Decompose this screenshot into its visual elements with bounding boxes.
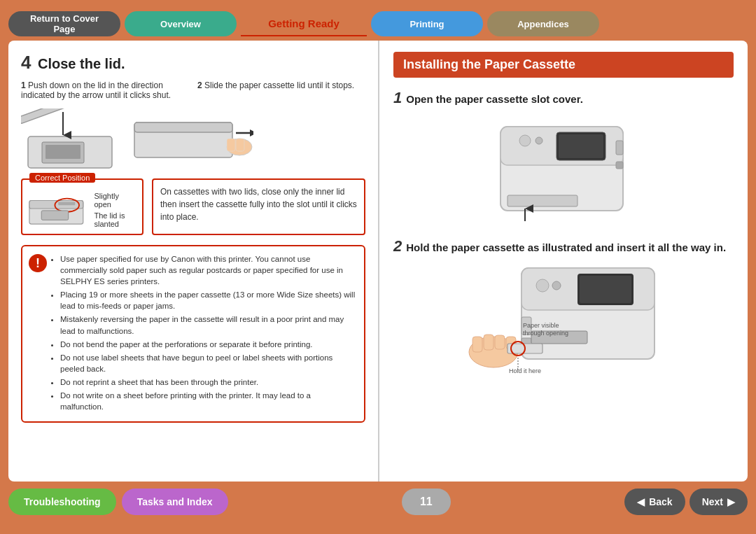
warning-item-5: Do not use label sheets that have begun …	[60, 352, 356, 374]
warning-item-3: Mistakenly reversing the paper in the ca…	[60, 314, 356, 336]
step2-heading: 2 Hold the paper cassette as illustrated…	[393, 237, 734, 255]
sub-steps: 1 Push down on the lid in the direction …	[21, 80, 365, 100]
substep2: 2 Slide the paper cassette lid until it …	[197, 80, 365, 100]
svg-rect-15	[58, 202, 75, 205]
right-panel: Installing the Paper Cassette 1 Open the…	[379, 41, 748, 482]
section-title: Installing the Paper Cassette	[393, 52, 734, 78]
svg-rect-25	[507, 195, 578, 206]
step1-title: Open the paper cassette slot cover.	[406, 93, 583, 105]
left-panel: 4 Close the lid. 1 Push down on the lid …	[8, 41, 379, 482]
svg-point-23	[519, 135, 531, 146]
step4-heading: 4 Close the lid.	[21, 52, 365, 73]
overview-button[interactable]: Overview	[125, 11, 237, 36]
tasks-index-button[interactable]: Tasks and Index	[122, 489, 228, 515]
step2-image-area: Paper visible through opening Hold it he…	[393, 261, 734, 380]
lid-slanted-label: The lid isslanted	[94, 211, 136, 228]
lid-illustrations	[21, 108, 365, 171]
svg-text:Hold it here: Hold it here	[509, 367, 541, 374]
cassette-note-box: On cassettes with two lids, close only t…	[152, 178, 365, 235]
step1-image-area	[393, 113, 734, 225]
bottom-navigation: Troubleshooting Tasks and Index 11 ◀ Bac…	[0, 482, 756, 522]
svg-text:Paper visible: Paper visible	[523, 322, 559, 329]
svg-marker-8	[250, 129, 253, 136]
next-label: Next	[702, 496, 723, 507]
troubleshooting-button[interactable]: Troubleshooting	[8, 489, 116, 515]
substep1: 1 Push down on the lid in the direction …	[21, 80, 189, 100]
back-button[interactable]: ◀ Back	[624, 489, 685, 515]
warning-item-4: Do not bend the paper at the perforation…	[60, 339, 356, 350]
svg-rect-41	[495, 335, 505, 349]
svg-rect-39	[472, 337, 482, 352]
step1-heading: 1 Open the paper cassette slot cover.	[393, 89, 734, 107]
substep2-text: Slide the paper cassette lid until it st…	[204, 80, 354, 90]
appendices-button[interactable]: Appendices	[487, 11, 599, 36]
warning-item-6: Do not reprint a sheet that has been thr…	[60, 377, 356, 388]
svg-rect-1	[21, 108, 87, 124]
svg-rect-40	[484, 335, 493, 350]
svg-point-34	[552, 281, 561, 290]
back-label: Back	[649, 496, 672, 507]
svg-point-24	[536, 137, 542, 144]
svg-rect-27	[616, 141, 623, 155]
warning-list: Use paper specified for use by Canon wit…	[50, 253, 356, 412]
svg-rect-10	[227, 139, 235, 151]
svg-rect-22	[559, 134, 603, 158]
step2-title: Hold the paper cassette as illustrated a…	[406, 241, 726, 253]
svg-point-33	[536, 279, 549, 292]
svg-text:!: !	[36, 256, 40, 270]
lid-push-illustration	[21, 108, 119, 171]
warning-box: ! Use paper specified for use by Canon w…	[21, 245, 365, 423]
warning-item-7: Do not write on a sheet before printing …	[60, 390, 356, 412]
svg-rect-28	[616, 162, 623, 169]
slightly-open-label: Slightly open	[94, 192, 136, 209]
substep2-num: 2	[197, 80, 202, 90]
back-arrow-icon: ◀	[637, 496, 645, 507]
next-button[interactable]: Next ▶	[690, 489, 748, 515]
return-to-cover-button[interactable]: Return to Cover Page	[8, 11, 120, 36]
svg-rect-11	[236, 139, 244, 151]
substep1-text: Push down on the lid in the direction in…	[21, 80, 171, 100]
step1-number: 1	[393, 89, 402, 107]
warning-item-1: Use paper specified for use by Canon wit…	[60, 253, 356, 287]
svg-rect-6	[134, 122, 232, 132]
printer-slot-open-svg	[486, 113, 640, 225]
svg-text:through opening: through opening	[523, 330, 568, 337]
main-content: 4 Close the lid. 1 Push down on the lid …	[8, 41, 748, 482]
warning-item-2: Placing 19 or more sheets in the paper c…	[60, 289, 356, 311]
step2-number: 2	[393, 237, 402, 255]
next-arrow-icon: ▶	[727, 496, 735, 507]
right-step2: 2 Hold the paper cassette as illustrated…	[393, 237, 734, 380]
correct-pos-inner: Slightly open The lid isslanted	[28, 185, 136, 228]
svg-rect-4	[46, 145, 80, 159]
step4-number: 4	[21, 52, 31, 73]
correct-position-box: Correct Position Slightly open T	[21, 178, 144, 235]
correct-cassette-svg	[28, 190, 88, 228]
printing-button[interactable]: Printing	[371, 11, 483, 36]
bottom-left-buttons: Troubleshooting Tasks and Index	[8, 489, 228, 515]
lid-description: Slightly open The lid isslanted	[94, 192, 136, 228]
bottom-right-buttons: ◀ Back Next ▶	[624, 489, 748, 515]
step4-title: Close the lid.	[38, 56, 125, 71]
printer-insert-svg: Paper visible through opening Hold it he…	[465, 261, 662, 380]
substep1-num: 1	[21, 80, 26, 90]
correct-position-container: Correct Position Slightly open T	[21, 178, 365, 235]
page-number: 11	[402, 489, 451, 515]
svg-rect-16	[41, 211, 68, 220]
right-step1: 1 Open the paper cassette slot cover.	[393, 89, 734, 225]
getting-ready-button[interactable]: Getting Ready	[241, 11, 367, 36]
top-navigation: Return to Cover Page Overview Getting Re…	[0, 0, 756, 41]
warning-icon: !	[28, 253, 48, 273]
correct-position-label: Correct Position	[29, 173, 95, 183]
svg-rect-32	[580, 276, 631, 303]
cassette-slide-illustration	[127, 108, 253, 171]
